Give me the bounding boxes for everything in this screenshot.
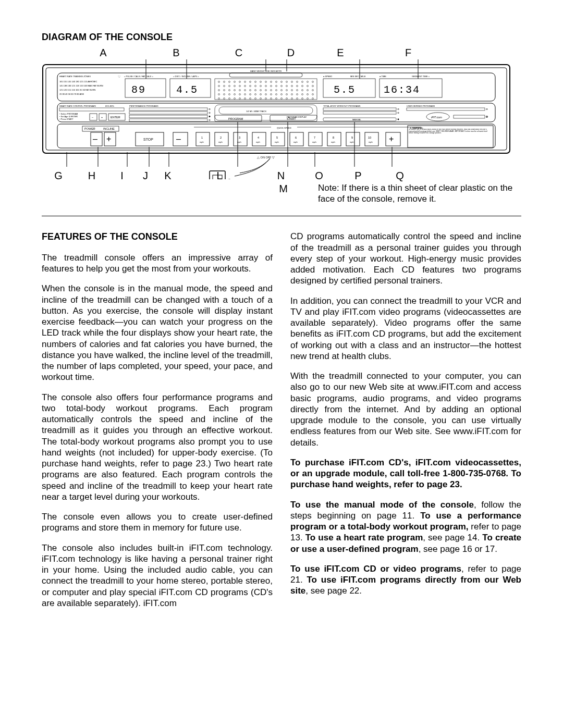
svg-point-20 (234, 81, 236, 82)
minus-button[interactable]: – (92, 116, 94, 119)
svg-point-51 (297, 85, 298, 87)
svg-point-96 (234, 97, 236, 99)
svg-rect-154 (196, 132, 210, 146)
label-F: F (380, 46, 437, 59)
svg-point-30 (286, 81, 288, 82)
svg-rect-15 (229, 73, 302, 77)
svg-rect-136 (323, 112, 396, 114)
svg-point-35 (312, 81, 314, 82)
quick-speed-3[interactable]: 3mph (234, 132, 247, 146)
label-I: I (108, 169, 136, 182)
quick-speed-2[interactable]: 2mph (215, 132, 228, 146)
svg-text:+: + (389, 134, 394, 143)
svg-point-92 (312, 93, 314, 95)
svg-point-102 (265, 97, 267, 99)
features-p2: When the console is in the manual mode, … (42, 283, 273, 382)
svg-rect-166 (271, 132, 285, 146)
svg-point-50 (291, 85, 293, 87)
svg-point-68 (286, 89, 288, 91)
svg-point-78 (239, 93, 241, 95)
svg-point-83 (265, 93, 267, 95)
features-p1: The treadmill console offers an impressi… (42, 252, 273, 275)
segment-panel-title: SEGMENT TIME ○ (412, 75, 430, 78)
svg-text:–: – (176, 134, 181, 143)
svg-point-65 (271, 89, 272, 91)
svg-point-74 (218, 93, 220, 95)
quick-speed-10[interactable]: 10mph (365, 132, 378, 146)
svg-point-87 (286, 93, 288, 95)
svg-point-84 (271, 93, 272, 95)
svg-text:♡: ♡ (118, 75, 120, 78)
svg-point-39 (234, 85, 236, 87)
label-M: M (279, 183, 288, 194)
svg-rect-129 (129, 119, 207, 121)
svg-point-19 (229, 81, 230, 82)
svg-point-33 (302, 81, 303, 82)
svg-point-41 (244, 85, 246, 87)
svg-point-71 (302, 89, 303, 91)
svg-point-67 (281, 89, 283, 91)
quick-speed-8[interactable]: 8mph (327, 132, 341, 146)
label-E: E (301, 46, 380, 59)
quick-speed-6[interactable]: 6mph (290, 132, 303, 146)
label-D: D (280, 46, 301, 59)
svg-rect-160 (234, 132, 247, 146)
svg-point-75 (224, 93, 225, 95)
svg-point-97 (239, 97, 241, 99)
label-J: J (136, 169, 155, 182)
svg-point-144 (486, 116, 488, 117)
plus-button[interactable]: + (101, 116, 103, 119)
quick-speed-5[interactable]: 5mph (271, 132, 285, 146)
svg-point-81 (255, 93, 256, 95)
enter-button[interactable]: ENTER (111, 116, 120, 119)
quick-speed-1[interactable]: 1mph (196, 132, 210, 146)
svg-point-130 (209, 119, 210, 120)
features-p3: The console also offers four performance… (42, 392, 273, 503)
user-defined-title: USER DEFINED PROGRAMS (407, 105, 435, 107)
speed-panel-title: ● SPEED (323, 75, 332, 78)
svg-text:+: + (106, 134, 111, 143)
quick-speed-label: QUICK SPEED (277, 127, 291, 129)
quick-speed-9[interactable]: 9mph (346, 132, 360, 146)
track-title: 1/4 MI / 400M TRACK (246, 110, 266, 113)
label-L: L (180, 169, 259, 182)
left-column: FEATURES OF THE CONSOLE The treadmill co… (42, 231, 273, 618)
svg-point-21 (239, 81, 241, 82)
dist-panel-title: ○ DIST. / INCLINE / LAPS ○ (173, 75, 199, 78)
svg-text:mph: mph (369, 141, 373, 143)
svg-point-25 (260, 81, 262, 82)
quick-speed-7[interactable]: 7mph (309, 132, 322, 146)
svg-text:8: 8 (333, 136, 334, 139)
svg-text:7: 7 (314, 136, 315, 139)
manual-label: MANUAL (352, 118, 361, 121)
svg-point-105 (281, 97, 283, 99)
svg-point-60 (244, 89, 246, 91)
incline-label: INCLINE (103, 127, 115, 130)
svg-point-40 (239, 85, 241, 87)
svg-text:PROGRAM: PROGRAM (228, 117, 243, 120)
svg-text:iFIT.com: iFIT.com (431, 116, 442, 119)
time-panel-title: ● TIME (380, 75, 386, 78)
svg-point-103 (271, 97, 272, 99)
svg-point-99 (250, 97, 251, 99)
svg-point-42 (250, 85, 251, 87)
quick-speed-4[interactable]: 4mph (252, 132, 266, 146)
svg-point-58 (234, 89, 236, 91)
svg-rect-163 (252, 132, 266, 146)
warning-text: To reduce risk of serious injury, stand … (409, 129, 492, 134)
svg-rect-140 (407, 108, 485, 110)
svg-text:STOP: STOP (143, 138, 153, 141)
svg-text:9: 9 (351, 136, 353, 139)
svg-point-86 (281, 93, 283, 95)
hr-zones-title: HEART RATE TRAINING ZONES (59, 75, 91, 78)
console-diagram: A B C D E F (42, 46, 521, 205)
hr-percent: 65% 80% (105, 105, 115, 107)
svg-point-90 (302, 93, 303, 95)
svg-text:mph: mph (331, 141, 335, 143)
svg-text:6: 6 (295, 136, 297, 139)
svg-point-28 (276, 81, 277, 82)
svg-rect-127 (129, 115, 207, 118)
svg-text:–: – (93, 134, 97, 143)
svg-rect-181 (365, 132, 378, 146)
label-C: C (197, 46, 280, 59)
